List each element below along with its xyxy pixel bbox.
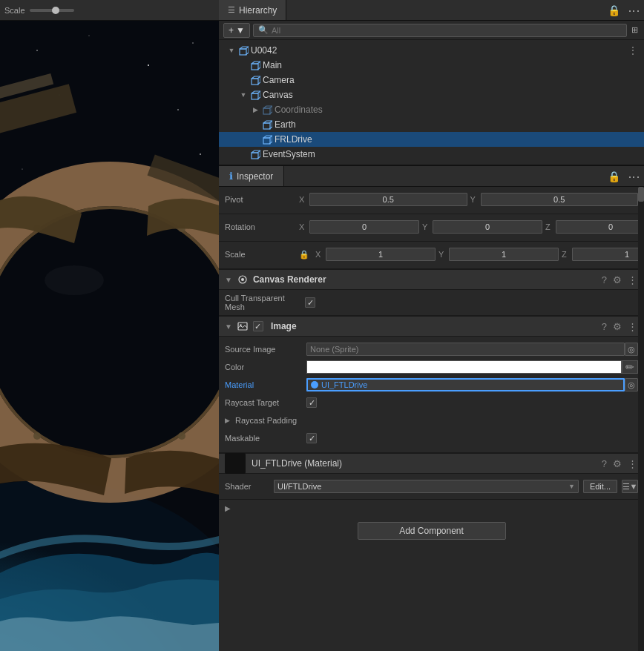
scale-lock-icon[interactable]: 🔒: [299, 250, 309, 260]
shader-list-btn[interactable]: ☰▼: [622, 480, 638, 493]
u0042-label: U0042: [251, 45, 277, 56]
hierarchy-item-u0042[interactable]: ▼ U0042 ⋮: [219, 43, 644, 58]
pivot-label: Pivot: [225, 195, 299, 204]
hierarchy-item-camera[interactable]: Camera: [219, 73, 644, 87]
color-field[interactable]: [306, 360, 622, 374]
material-component-header[interactable]: UI_FTLDrive (Material) ? ⚙ ⋮: [219, 453, 644, 474]
source-image-row: Source Image ◎: [225, 341, 638, 357]
hierarchy-add-btn[interactable]: + ▼: [223, 23, 250, 38]
rotation-y-input[interactable]: [433, 220, 542, 234]
material-row: Material UI_FTLDrive ◎: [225, 377, 638, 393]
scale-x-input[interactable]: [326, 248, 436, 261]
material-select-btn[interactable]: ◎: [625, 378, 638, 391]
svg-point-2: [88, 35, 89, 36]
shader-select[interactable]: UI/FTLDrive ▼: [274, 480, 579, 493]
pivot-row: Pivot X Y: [225, 191, 638, 208]
rotation-z-label: Z: [545, 222, 554, 231]
hierarchy-tab[interactable]: ☰ Hierarchy: [219, 0, 286, 20]
u0042-more-icon[interactable]: ⋮: [628, 44, 638, 56]
shader-row: Shader UI/FTLDrive ▼ Edit... ☰▼: [225, 478, 638, 495]
camera-label: Camera: [263, 75, 295, 85]
svg-rect-27: [263, 138, 270, 144]
hierarchy-item-frldrive[interactable]: FRLDrive: [219, 132, 644, 147]
pivot-x-input[interactable]: [309, 193, 467, 206]
scale-xyz: 🔒 X Y Z: [299, 248, 644, 261]
canvas-label: Canvas: [263, 90, 293, 100]
rotation-z-input[interactable]: [556, 220, 644, 234]
canvas-renderer-header[interactable]: ▼ Canvas Renderer ? ⚙ ⋮: [219, 269, 644, 290]
source-image-input[interactable]: [306, 343, 625, 356]
viewport-toolbar: Scale: [0, 0, 219, 21]
material-settings-btn[interactable]: ⚙: [612, 457, 622, 470]
scale-z-group: Z: [562, 248, 644, 261]
pivot-y-input[interactable]: [481, 193, 639, 206]
hierarchy-tab-label: Hierarchy: [239, 5, 277, 16]
raycast-target-checkbox[interactable]: ✓: [306, 397, 317, 408]
material-more-btn[interactable]: ⋮: [627, 457, 638, 470]
canvas-renderer-help-btn[interactable]: ?: [601, 274, 608, 286]
scale-z-label: Z: [562, 250, 571, 259]
rotation-y-group: Y: [422, 220, 542, 234]
inspector-tab-bar: ℹ Inspector 🔒 ⋮: [219, 166, 644, 187]
right-panel: ☰ Hierarchy 🔒 ⋮ + ▼ 🔍 ⊞: [219, 0, 644, 651]
raycast-padding-row: ▶ Raycast Padding: [225, 412, 638, 429]
hierarchy-item-main[interactable]: Main: [219, 58, 644, 73]
hierarchy-search-input[interactable]: [272, 26, 622, 35]
hierarchy-expand-btn[interactable]: ⊞: [630, 24, 640, 36]
hierarchy-tab-icon: ☰: [228, 5, 235, 15]
source-image-select-btn[interactable]: ◎: [625, 343, 638, 356]
hierarchy-item-coordinates[interactable]: ▶ Coordinates: [219, 102, 644, 117]
image-component-icon: [237, 320, 249, 332]
rotation-x-group: X: [299, 220, 419, 234]
canvas-renderer-actions: ? ⚙ ⋮: [601, 274, 638, 286]
add-arrow: ▼: [236, 25, 245, 36]
canvas-renderer-more-btn[interactable]: ⋮: [627, 274, 638, 286]
raycast-target-value: ✓: [306, 397, 638, 408]
add-component-btn[interactable]: Add Component: [358, 522, 506, 540]
canvas-renderer-title: Canvas Renderer: [253, 274, 597, 285]
image-more-btn[interactable]: ⋮: [627, 320, 638, 333]
rotation-y-label: Y: [422, 222, 431, 231]
rotation-x-input[interactable]: [309, 220, 419, 234]
color-picker-btn[interactable]: ✏: [622, 360, 638, 374]
scale-y-input[interactable]: [449, 248, 559, 261]
hierarchy-list: ▼ U0042 ⋮ Main: [219, 40, 644, 165]
material-help-btn[interactable]: ?: [601, 457, 608, 470]
canvas-renderer-arrow: ▼: [225, 276, 232, 284]
image-help-btn[interactable]: ?: [601, 320, 608, 333]
image-settings-btn[interactable]: ⚙: [612, 320, 622, 333]
scale-slider[interactable]: [30, 9, 74, 12]
raycast-padding-label: Raycast Padding: [235, 416, 317, 425]
inspector-more-btn[interactable]: ⋮: [626, 170, 641, 183]
hierarchy-item-eventsystem[interactable]: EventSystem: [219, 147, 644, 162]
shader-edit-btn[interactable]: Edit...: [583, 480, 617, 493]
inspector-tab[interactable]: ℹ Inspector: [219, 166, 284, 186]
color-row: Color ✏: [225, 359, 638, 375]
rotation-z-group: Z: [545, 220, 644, 234]
expand-section: ▶: [219, 499, 644, 516]
hierarchy-lock-btn[interactable]: 🔒: [606, 4, 622, 17]
hierarchy-item-canvas[interactable]: ▼ Canvas: [219, 87, 644, 102]
image-enable-checkbox[interactable]: ✓: [253, 321, 263, 331]
hierarchy-item-earth[interactable]: Earth: [219, 117, 644, 132]
scale-z-input[interactable]: [572, 248, 644, 261]
cull-label: Cull Transparent Mesh: [225, 294, 299, 311]
scroll-thumb[interactable]: [638, 187, 644, 202]
maskable-checkbox[interactable]: ✓: [306, 433, 317, 443]
u0042-cube-icon: [238, 45, 249, 56]
hierarchy-tab-bar: ☰ Hierarchy 🔒 ⋮: [219, 0, 644, 21]
svg-point-20: [45, 265, 104, 295]
frldrive-label: FRLDrive: [275, 134, 312, 145]
hierarchy-panel: ☰ Hierarchy 🔒 ⋮ + ▼ 🔍 ⊞: [219, 0, 644, 166]
rotation-x-label: X: [299, 222, 308, 231]
hierarchy-more-btn[interactable]: ⋮: [626, 4, 641, 17]
image-component-header[interactable]: ▼ ✓ Image ? ⚙ ⋮: [219, 316, 644, 337]
inspector-lock-btn[interactable]: 🔒: [606, 170, 622, 183]
material-label: Material: [225, 380, 306, 389]
svg-rect-22: [252, 64, 258, 70]
svg-point-6: [177, 109, 179, 110]
maskable-label: Maskable: [225, 434, 306, 443]
cull-checkbox[interactable]: ✓: [305, 297, 315, 308]
search-icon: 🔍: [258, 25, 269, 35]
canvas-renderer-settings-btn[interactable]: ⚙: [612, 274, 622, 286]
